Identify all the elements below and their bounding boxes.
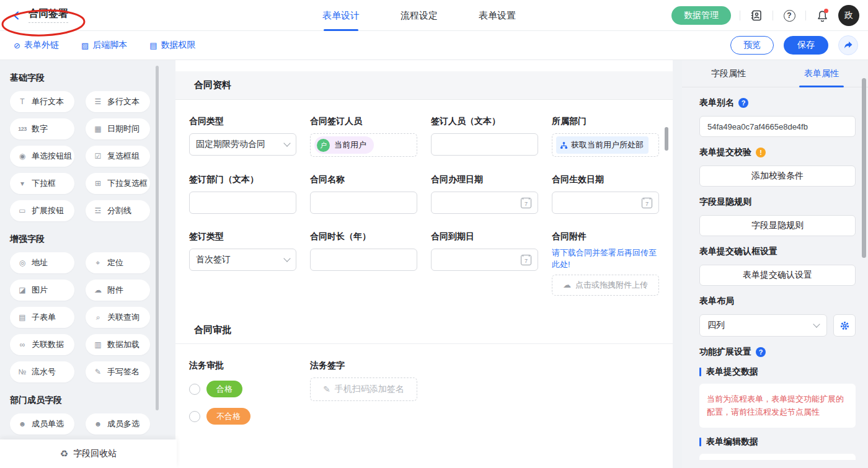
data-manage-button[interactable]: 数据管理	[671, 6, 731, 25]
edit-data-card-partial	[699, 454, 856, 460]
share-button[interactable]	[838, 35, 858, 55]
basic-fields-list: T单行文本 ☰多行文本 123数字 ▦日期时间 ◉单选按钮组 ☑复选框组 ▾下拉…	[10, 91, 153, 221]
signer-text-input[interactable]	[431, 133, 538, 156]
radio-button[interactable]	[189, 384, 200, 395]
address-book-icon[interactable]	[749, 8, 764, 23]
divider-icon: ☲	[93, 206, 103, 215]
field-type-number[interactable]: 123数字	[10, 118, 74, 139]
field-type-signature[interactable]: ✎手写签名	[86, 361, 150, 382]
preview-button[interactable]: 预览	[730, 36, 774, 55]
help-question-icon[interactable]: ?	[756, 347, 766, 357]
notification-bell-icon[interactable]	[815, 8, 830, 23]
signature-placeholder[interactable]: ✎ 手机扫码添加签名	[310, 377, 417, 401]
field-sign-dept-text[interactable]: 签订部门（文本）	[189, 174, 296, 214]
expire-date-input[interactable]	[431, 249, 538, 271]
section-header-contract-info[interactable]: 合同资料	[175, 71, 673, 100]
backend-script-link[interactable]: ▨ 后端脚本	[81, 40, 127, 51]
field-legal-signature[interactable]: 法务签字 ✎ 手机扫码添加签名	[310, 360, 417, 426]
field-recycle-bin[interactable]: ♻ 字段回收站	[0, 439, 177, 468]
field-type-linked-data[interactable]: ∞关联数据	[10, 334, 74, 355]
edit-data-label: 表单编辑数据	[699, 436, 856, 448]
field-type-single-line-text[interactable]: T单行文本	[10, 91, 74, 112]
field-type-multi-dropdown[interactable]: ⊞下拉复选框	[86, 173, 150, 194]
user-avatar[interactable]: 政	[838, 5, 859, 26]
link-data-icon: ∞	[17, 340, 27, 349]
option-pass-tag[interactable]: 合格	[206, 381, 242, 397]
field-effective-date[interactable]: 合同生效日期	[552, 174, 659, 214]
back-icon[interactable]	[11, 10, 22, 21]
warning-exclamation-icon[interactable]: !	[756, 148, 766, 157]
add-validation-button[interactable]: 添加校验条件	[699, 166, 856, 187]
calendar-icon	[521, 255, 531, 265]
sidebar-scrollbar[interactable]	[156, 66, 159, 410]
member-picker[interactable]: 户 当前用户	[310, 133, 417, 157]
save-button[interactable]: 保存	[784, 36, 828, 55]
field-duration[interactable]: 合同时长（年）	[310, 231, 417, 296]
sign-type-select[interactable]: 首次签订	[189, 249, 296, 271]
tab-flow-setting[interactable]: 流程设定	[401, 0, 438, 31]
user-tag-avatar: 户	[317, 139, 330, 152]
field-type-image[interactable]: ◪图片	[10, 280, 74, 301]
field-type-location[interactable]: ⌖定位	[86, 252, 150, 273]
field-type-attachment[interactable]: ☁附件	[86, 280, 150, 301]
help-question-icon[interactable]: ?	[738, 98, 748, 108]
field-type-datetime[interactable]: ▦日期时间	[86, 118, 150, 139]
duration-input[interactable]	[310, 249, 417, 271]
field-contract-signer[interactable]: 合同签订人员 户 当前用户	[310, 116, 417, 157]
effective-date-input[interactable]	[552, 192, 659, 214]
panel-scrollbar[interactable]	[862, 78, 866, 258]
field-contract-name[interactable]: 合同名称	[310, 174, 417, 214]
field-type-divider[interactable]: ☲分割线	[86, 200, 150, 221]
contract-name-input[interactable]	[310, 192, 417, 214]
field-type-dropdown[interactable]: ▾下拉框	[10, 173, 74, 194]
field-department[interactable]: 所属部门 获取当前用户所处部	[552, 116, 659, 157]
tab-form-design[interactable]: 表单设计	[322, 0, 360, 31]
handle-date-input[interactable]	[431, 192, 538, 214]
field-type-checkbox-group[interactable]: ☑复选框组	[86, 146, 150, 167]
tab-form-setting[interactable]: 表单设置	[479, 0, 516, 31]
sign-dept-input[interactable]	[189, 192, 296, 214]
data-permission-link[interactable]: ▤ 数据权限	[149, 40, 195, 51]
tab-form-properties[interactable]: 表单属性	[775, 60, 868, 87]
field-visibility-button[interactable]: 字段显隐规则	[699, 215, 856, 236]
field-type-address[interactable]: ◎地址	[10, 252, 74, 273]
page-title[interactable]: 合同签署	[29, 7, 68, 23]
permission-icon: ▤	[149, 41, 157, 50]
layout-settings-button[interactable]	[833, 314, 856, 337]
field-legal-review[interactable]: 法务审批 合格 不合格	[189, 360, 296, 426]
department-picker[interactable]: 获取当前用户所处部	[552, 133, 659, 157]
field-type-radio-group[interactable]: ◉单选按钮组	[10, 146, 74, 167]
attachment-upload-button[interactable]: ☁ 点击或拖拽附件上传	[552, 275, 659, 296]
field-type-multi-line-text[interactable]: ☰多行文本	[86, 91, 150, 112]
option-fail-tag[interactable]: 不合格	[206, 408, 250, 425]
field-contract-type[interactable]: 合同类型 固定期限劳动合同	[189, 116, 296, 157]
field-type-linked-query[interactable]: ⌕关联查询	[86, 307, 150, 328]
submit-confirm-label: 表单提交确认框设置	[699, 246, 856, 257]
form-external-link[interactable]: ⊘ 表单外链	[14, 40, 59, 51]
layout-select[interactable]: 四列	[699, 314, 827, 337]
gear-icon	[839, 320, 850, 331]
canvas-scrollbar[interactable]	[665, 127, 668, 151]
field-signer-text[interactable]: 签订人员（文本）	[431, 116, 538, 157]
help-icon[interactable]: ?	[782, 8, 797, 23]
section-title-basic-fields: 基础字段	[10, 73, 161, 84]
field-type-serial-number[interactable]: №流水号	[10, 361, 74, 382]
submit-validation-label: 表单提交校验 !	[699, 147, 856, 158]
field-type-member-multi[interactable]: ☻成员多选	[86, 413, 150, 435]
submit-confirm-button[interactable]: 表单提交确认设置	[699, 265, 856, 286]
radio-button[interactable]	[189, 411, 200, 422]
field-sign-type[interactable]: 签订类型 首次签订	[189, 231, 296, 296]
field-attachment[interactable]: 合同附件 请下载合同并签署后再回传至此处! ☁ 点击或拖拽附件上传	[552, 231, 659, 296]
field-handle-date[interactable]: 合同办理日期	[431, 174, 538, 214]
tab-field-properties[interactable]: 字段属性	[682, 60, 775, 87]
field-type-extend-button[interactable]: ▭扩展按钮	[10, 200, 74, 221]
field-type-member-single[interactable]: ☻成员单选	[10, 413, 74, 435]
field-type-data-load[interactable]: ▥数据加载	[86, 334, 150, 355]
field-expire-date[interactable]: 合同到期日	[431, 231, 538, 296]
section-header-contract-approval[interactable]: 合同审批	[175, 317, 673, 344]
field-type-subform[interactable]: ▤子表单	[10, 307, 74, 328]
back-title-group: 合同签署	[0, 7, 68, 23]
form-alias-input[interactable]	[699, 116, 856, 137]
notification-dot	[824, 9, 828, 13]
contract-type-select[interactable]: 固定期限劳动合同	[189, 133, 296, 156]
